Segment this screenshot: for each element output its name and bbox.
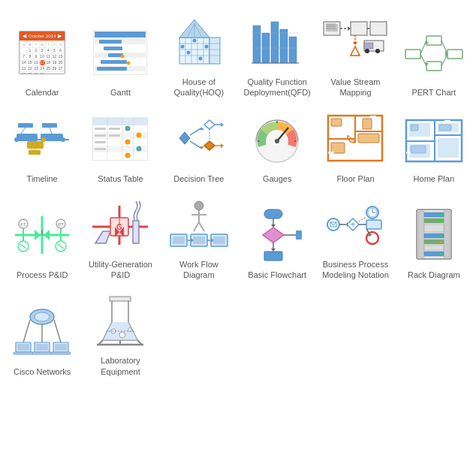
workflow-label: Work Flow Diagram <box>163 259 235 281</box>
svg-rect-3 <box>99 40 122 44</box>
svg-point-228 <box>439 214 441 216</box>
svg-marker-114 <box>221 122 224 127</box>
gantt-icon <box>86 23 154 83</box>
gauges-label: Gauges <box>263 173 292 184</box>
svg-rect-134 <box>363 119 372 129</box>
svg-rect-146 <box>444 120 450 122</box>
svg-point-54 <box>375 49 380 53</box>
svg-rect-9 <box>101 60 127 64</box>
svg-line-214 <box>359 217 366 221</box>
gauges-item[interactable]: Gauges <box>238 103 316 188</box>
svg-point-53 <box>365 49 369 53</box>
bpmn-item[interactable]: + Business Process Modeling Notation <box>316 188 394 285</box>
svg-marker-248 <box>103 322 137 340</box>
svg-marker-107 <box>179 132 190 144</box>
svg-rect-183 <box>193 237 205 244</box>
svg-text:FT: FT <box>20 222 26 227</box>
svg-point-33 <box>198 57 202 61</box>
status-table-label: Status Table <box>98 173 143 184</box>
calendar-item[interactable]: ◀October 2014▶ SMTWTFS 123456 7891011121… <box>3 6 81 103</box>
svg-line-67 <box>441 41 447 54</box>
svg-line-178 <box>199 222 204 231</box>
svg-point-199 <box>327 218 339 231</box>
svg-rect-133 <box>358 134 379 143</box>
svg-line-177 <box>194 222 199 231</box>
svg-text:PT: PT <box>58 222 64 227</box>
rack-icon <box>400 205 468 265</box>
svg-rect-148 <box>439 125 451 131</box>
home-plan-icon <box>400 109 468 169</box>
timeline-label: Timeline <box>27 173 58 184</box>
process-pid-label: Process P&ID <box>17 270 68 280</box>
rack-label: Rack Diagram <box>408 270 460 280</box>
svg-rect-223 <box>424 225 444 232</box>
utility-pid-item[interactable]: G Utility-Generation P&ID <box>81 188 159 285</box>
lab-item[interactable]: Laboratory Equipment <box>81 285 159 381</box>
svg-rect-249 <box>110 297 131 301</box>
svg-rect-184 <box>213 237 225 244</box>
svg-marker-192 <box>263 228 284 243</box>
decision-tree-icon <box>165 109 233 169</box>
process-pid-item[interactable]: FT PT Process P&ID <box>3 188 81 285</box>
svg-point-232 <box>439 253 441 255</box>
hoq-item[interactable]: House of Quality(HOQ) <box>160 6 238 103</box>
svg-point-31 <box>186 51 190 55</box>
status-table-item[interactable]: Status Table <box>81 103 159 188</box>
vsm-icon <box>321 12 389 72</box>
svg-marker-169 <box>95 231 110 243</box>
floor-plan-item[interactable]: Floor Plan <box>316 103 394 188</box>
svg-rect-63 <box>426 62 441 71</box>
svg-point-79 <box>61 137 65 142</box>
svg-rect-195 <box>296 231 302 240</box>
svg-point-96 <box>125 125 131 131</box>
svg-rect-13 <box>97 67 127 71</box>
svg-rect-132 <box>331 143 345 153</box>
svg-rect-61 <box>405 50 420 59</box>
svg-point-215 <box>366 232 378 244</box>
pert-icon <box>400 23 468 83</box>
workflow-item[interactable]: Work Flow Diagram <box>160 188 238 285</box>
svg-rect-136 <box>370 116 376 118</box>
svg-rect-149 <box>411 146 426 153</box>
workflow-icon <box>165 194 233 255</box>
svg-rect-135 <box>328 152 334 154</box>
svg-point-234 <box>35 312 50 321</box>
timeline-item[interactable]: Timeline <box>3 103 81 188</box>
svg-rect-52 <box>364 43 373 49</box>
rack-item[interactable]: Rack Diagram <box>395 188 473 285</box>
basic-flowchart-item[interactable]: Basic Flowchart <box>238 188 316 285</box>
svg-line-68 <box>441 54 447 66</box>
svg-rect-242 <box>36 344 48 351</box>
svg-marker-57 <box>351 47 360 56</box>
svg-rect-170 <box>133 221 139 243</box>
lab-icon <box>86 291 154 351</box>
qfd-icon <box>243 12 311 72</box>
svg-rect-145 <box>406 152 411 154</box>
svg-rect-102 <box>95 134 106 137</box>
svg-rect-35 <box>253 26 261 63</box>
vsm-item[interactable]: Value Stream Mapping <box>316 6 394 103</box>
svg-rect-37 <box>271 22 279 63</box>
home-plan-item[interactable]: Home Plan <box>395 103 473 188</box>
qfd-label: Quality Function Deployment(QFD) <box>241 77 313 98</box>
svg-point-77 <box>14 137 19 142</box>
svg-rect-131 <box>331 119 342 126</box>
pert-item[interactable]: PERT Chart <box>395 6 473 103</box>
gantt-item[interactable]: Gantt <box>81 6 159 103</box>
cisco-item[interactable]: Cisco Networks <box>3 285 81 381</box>
svg-rect-182 <box>173 237 185 244</box>
svg-point-231 <box>439 241 441 243</box>
svg-point-122 <box>275 139 279 143</box>
qfd-item[interactable]: Quality Function Deployment(QFD) <box>238 6 316 103</box>
svg-rect-81 <box>42 123 57 128</box>
calendar-icon: ◀October 2014▶ SMTWTFS 123456 7891011121… <box>8 23 76 83</box>
diagram-grid: ◀October 2014▶ SMTWTFS 123456 7891011121… <box>0 0 476 387</box>
svg-point-99 <box>137 146 142 151</box>
svg-point-30 <box>180 45 184 49</box>
vsm-label: Value Stream Mapping <box>319 77 391 98</box>
decision-tree-item[interactable]: Decision Tree <box>160 103 238 188</box>
svg-rect-39 <box>289 37 297 63</box>
svg-rect-62 <box>426 36 441 45</box>
svg-point-34 <box>204 45 208 49</box>
svg-rect-246 <box>51 352 71 354</box>
